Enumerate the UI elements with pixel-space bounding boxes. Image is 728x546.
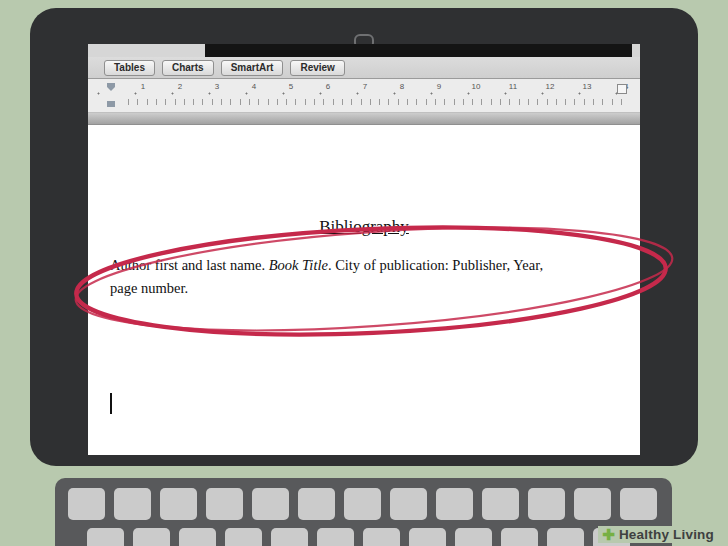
document-page[interactable]: Bibliography Author first and last name.… bbox=[88, 125, 640, 455]
keyboard-key[interactable] bbox=[363, 528, 400, 546]
citation-part2: . City of publication: Publisher, Year, bbox=[328, 257, 543, 273]
plus-icon: ✚ bbox=[602, 527, 615, 542]
keyboard-key[interactable] bbox=[271, 528, 308, 546]
ruler-number: 9 bbox=[432, 82, 446, 91]
keyboard-key[interactable] bbox=[620, 488, 657, 520]
ribbon-tabbar: Tables Charts SmartArt Review bbox=[88, 57, 640, 79]
keyboard-key[interactable] bbox=[225, 528, 262, 546]
keyboard-key[interactable] bbox=[344, 488, 381, 520]
keyboard-key[interactable] bbox=[574, 488, 611, 520]
keyboard-key[interactable] bbox=[133, 528, 170, 546]
document-title: Bibliography bbox=[88, 125, 640, 237]
window-top-area bbox=[88, 44, 640, 57]
ruler-number: 7 bbox=[358, 82, 372, 91]
keyboard-key[interactable] bbox=[501, 528, 538, 546]
ruler-number: 12 bbox=[543, 82, 557, 91]
keyboard-key[interactable] bbox=[436, 488, 473, 520]
keyboard bbox=[55, 478, 672, 546]
ruler-number: 13 bbox=[580, 82, 594, 91]
ruler-number: 1 bbox=[136, 82, 150, 91]
ruler-numbers: 1234567891011121314 bbox=[88, 79, 640, 96]
keyboard-key[interactable] bbox=[547, 528, 584, 546]
keyboard-key[interactable] bbox=[390, 488, 427, 520]
citation-part1: Author first and last name. bbox=[110, 257, 269, 273]
keyboard-key[interactable] bbox=[455, 528, 492, 546]
word-processor-screen: Tables Charts SmartArt Review 1234567891… bbox=[88, 44, 640, 455]
keyboard-key[interactable] bbox=[252, 488, 289, 520]
window-titlebar-strip bbox=[205, 44, 632, 57]
citation-line2: page number. bbox=[110, 277, 638, 300]
citation-line1: Author first and last name. Book Title. … bbox=[110, 254, 638, 277]
keyboard-key[interactable] bbox=[87, 528, 124, 546]
keyboard-key[interactable] bbox=[206, 488, 243, 520]
keyboard-key[interactable] bbox=[482, 488, 519, 520]
left-indent-marker[interactable] bbox=[107, 101, 115, 107]
illustration-stage: Tables Charts SmartArt Review 1234567891… bbox=[0, 0, 728, 546]
keyboard-key[interactable] bbox=[409, 528, 446, 546]
watermark-logo: ✚ Healthy Living bbox=[598, 526, 718, 543]
ruler-number: 4 bbox=[247, 82, 261, 91]
ruler-number: 10 bbox=[469, 82, 483, 91]
keyboard-key[interactable] bbox=[298, 488, 335, 520]
text-cursor bbox=[110, 393, 112, 414]
ruler-right-margin-box[interactable] bbox=[617, 84, 627, 94]
keyboard-key[interactable] bbox=[68, 488, 105, 520]
ruler-number: 11 bbox=[506, 82, 520, 91]
keyboard-key[interactable] bbox=[114, 488, 151, 520]
ruler-number: 5 bbox=[284, 82, 298, 91]
ruler-number: 3 bbox=[210, 82, 224, 91]
ruler-number: 8 bbox=[395, 82, 409, 91]
ruler: 1234567891011121314 bbox=[88, 79, 640, 113]
citation-book-title: Book Title bbox=[269, 257, 328, 273]
ruler-number: 6 bbox=[321, 82, 335, 91]
citation-paragraph: Author first and last name. Book Title. … bbox=[110, 254, 638, 300]
keyboard-keys bbox=[55, 488, 672, 546]
watermark-text: Healthy Living bbox=[619, 527, 714, 542]
tab-review[interactable]: Review bbox=[290, 60, 344, 76]
keyboard-key[interactable] bbox=[528, 488, 565, 520]
ruler-ticks bbox=[128, 99, 626, 105]
keyboard-key[interactable] bbox=[160, 488, 197, 520]
ruler-separator-band bbox=[88, 113, 640, 125]
keyboard-key[interactable] bbox=[179, 528, 216, 546]
tab-smartart[interactable]: SmartArt bbox=[221, 60, 284, 76]
tab-tables[interactable]: Tables bbox=[104, 60, 155, 76]
ruler-number: 2 bbox=[173, 82, 187, 91]
tab-charts[interactable]: Charts bbox=[162, 60, 214, 76]
keyboard-key[interactable] bbox=[317, 528, 354, 546]
